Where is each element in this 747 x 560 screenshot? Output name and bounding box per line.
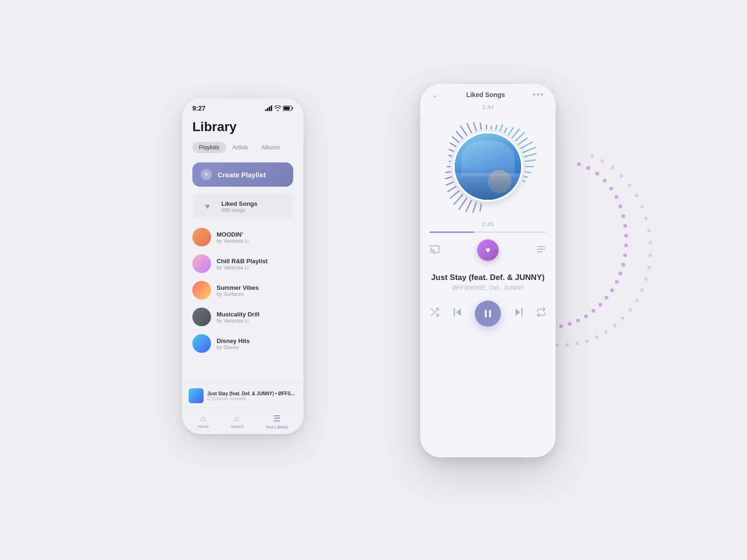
svg-point-48 [585, 340, 589, 343]
previous-button[interactable] [452, 307, 463, 321]
svg-line-89 [449, 161, 451, 161]
svg-point-45 [613, 324, 617, 328]
svg-line-96 [466, 123, 472, 133]
playlist-row[interactable]: Summer Vibes by Surfaces [192, 277, 293, 304]
tab-artists[interactable]: Artists [226, 142, 254, 153]
svg-point-1 [577, 162, 581, 166]
svg-point-28 [591, 155, 594, 158]
svg-line-77 [522, 181, 525, 182]
svg-point-49 [576, 342, 579, 345]
playlist-name: MOODIN' [217, 231, 248, 238]
svg-point-51 [556, 343, 559, 347]
plus-icon: + [201, 169, 212, 180]
search-icon: ⌕ [234, 413, 240, 423]
nav-search-label: Search [231, 424, 244, 429]
play-pause-button[interactable] [475, 301, 501, 327]
playlist-info-disney: Disney Hits by Disney [217, 337, 250, 350]
playlist-row[interactable]: MOODIN' by Vanessa Li [192, 224, 293, 251]
nav-search[interactable]: ⌕ Search [231, 413, 244, 429]
nav-library[interactable]: ☰ Your Library [266, 413, 288, 429]
player-screen-title: Liked Songs [466, 91, 505, 98]
create-playlist-label: Create Playlist [218, 171, 266, 179]
svg-line-91 [449, 149, 454, 152]
svg-marker-107 [515, 308, 520, 316]
svg-line-85 [446, 182, 453, 185]
phone-player: ⌄ Liked Songs ••• 1:44 [420, 84, 556, 457]
svg-line-72 [524, 154, 536, 157]
library-icon: ☰ [273, 413, 281, 424]
chevron-down-icon[interactable]: ⌄ [431, 90, 438, 100]
cast-icon-small [207, 396, 212, 401]
queue-icon [536, 244, 546, 254]
svg-point-17 [605, 296, 608, 300]
playlist-thumb-disney [192, 334, 211, 353]
svg-line-90 [448, 155, 452, 156]
create-playlist-button[interactable]: + Create Playlist [192, 162, 293, 187]
pause-icon [483, 308, 493, 319]
queue-button[interactable] [536, 244, 546, 257]
svg-line-75 [525, 172, 531, 173]
svg-point-11 [624, 244, 628, 247]
svg-point-23 [559, 324, 563, 328]
svg-point-43 [629, 308, 632, 312]
svg-point-47 [595, 336, 599, 339]
svg-point-8 [621, 214, 625, 218]
now-playing-bar[interactable]: Just Stay (feat. Def. & JUNNY) • ØFFS...… [182, 383, 303, 408]
svg-line-79 [473, 202, 476, 213]
svg-rect-58 [269, 106, 270, 111]
playlist-row[interactable]: Musicality Drill by Vanessa Li [192, 304, 293, 330]
shuffle-button[interactable] [430, 307, 440, 320]
repeat-button[interactable] [536, 307, 546, 320]
scene: 9:27 [163, 70, 584, 490]
svg-line-70 [521, 142, 533, 149]
nav-home[interactable]: ⌂ Home [197, 413, 209, 429]
playlist-thumb-musicality [192, 308, 211, 326]
svg-rect-59 [271, 105, 272, 111]
tab-albums[interactable]: Albums [254, 142, 286, 153]
svg-point-44 [621, 317, 625, 320]
playlist-name: Disney Hits [217, 337, 250, 344]
like-button[interactable]: ♥ [477, 239, 499, 261]
cast-button[interactable] [430, 244, 440, 257]
svg-point-39 [648, 266, 651, 269]
playlist-info-chill: Chill R&B Playlist by Vanessa Li [217, 258, 268, 270]
liked-songs-name: Liked Songs [221, 200, 257, 207]
more-options-icon[interactable]: ••• [533, 90, 544, 100]
playlist-name: Chill R&B Playlist [217, 258, 268, 265]
progress-track [430, 231, 546, 233]
svg-point-2 [586, 166, 590, 170]
battery-icon [283, 105, 293, 111]
player-header: ⌄ Liked Songs ••• [430, 90, 546, 100]
svg-line-73 [525, 160, 536, 161]
liked-songs-count: 999 songs [221, 207, 257, 213]
song-title: Just Stay (feat. Def. & JUNNY) [431, 273, 545, 282]
cast-icon [430, 244, 440, 254]
playlist-row[interactable]: Disney Hits by Disney [192, 330, 293, 357]
svg-line-97 [473, 122, 476, 131]
device-label: Devices Available [213, 396, 246, 401]
svg-point-21 [576, 319, 580, 322]
svg-point-38 [649, 254, 652, 257]
svg-point-34 [641, 205, 644, 209]
svg-marker-103 [456, 308, 461, 316]
liked-heart-icon: ♥ [199, 198, 216, 215]
next-button[interactable] [513, 307, 524, 321]
tab-playlists[interactable]: Playlists [192, 142, 226, 153]
svg-line-80 [466, 200, 472, 212]
heart-icon: ♥ [486, 245, 491, 255]
svg-point-29 [601, 160, 604, 163]
playlist-name: Summer Vibes [217, 284, 259, 291]
player-controls-row: ♥ [430, 239, 546, 261]
album-photo [455, 133, 521, 200]
svg-point-36 [648, 229, 651, 232]
library-title: Library [192, 119, 293, 134]
playlist-artist: by Surfaces [217, 291, 259, 297]
svg-point-31 [620, 175, 623, 178]
playlist-thumb-chill [192, 254, 211, 273]
liked-songs-row[interactable]: ♥ Liked Songs 999 songs [192, 193, 293, 219]
progress-bar[interactable] [430, 231, 546, 233]
svg-point-9 [623, 224, 627, 228]
playlist-row[interactable]: Chill R&B Playlist by Vanessa Li [192, 251, 293, 277]
svg-point-3 [595, 172, 599, 175]
playlist-name: Musicality Drill [217, 311, 260, 318]
